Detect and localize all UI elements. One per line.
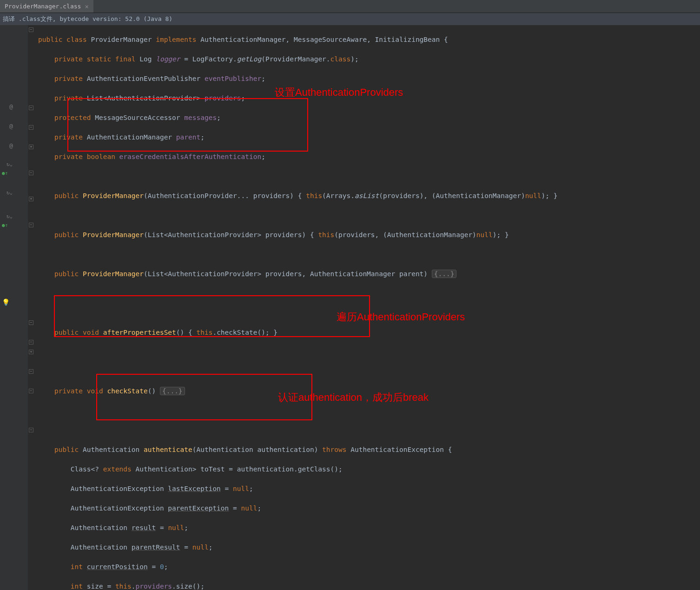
t: Authentication [71, 524, 132, 531]
t: ProviderManager [83, 192, 144, 199]
t: parentResult [132, 544, 180, 551]
t: providers [136, 583, 172, 590]
t: ; [217, 114, 221, 121]
t: 0 [160, 563, 164, 570]
fold-toggle[interactable]: − [29, 369, 33, 374]
t: MessageSourceAccessor [95, 114, 184, 121]
t: .size(); [172, 583, 205, 590]
t: = [229, 504, 241, 512]
fold-toggle[interactable]: + [29, 350, 33, 354]
t: int [71, 563, 87, 570]
t: getLog [237, 55, 261, 63]
t: ProviderManager [91, 36, 156, 43]
t: (List<AuthenticationProvider> providers)… [144, 231, 318, 239]
override-icon[interactable]: @ [9, 103, 13, 110]
t: null [525, 192, 542, 199]
t: Authentication [83, 446, 144, 453]
t: parent [176, 133, 200, 141]
t: ; [184, 524, 188, 531]
t: = [148, 563, 160, 570]
t: asList [355, 192, 379, 199]
fold-toggle[interactable]: + [29, 197, 33, 201]
t: AuthenticationException [71, 504, 168, 512]
t: ; [209, 544, 213, 551]
fold-toggle[interactable]: − [29, 125, 33, 130]
t: = LogFactory. [180, 55, 237, 63]
t: eraseCredentialsAfterAuthentication [119, 153, 262, 160]
fold-toggle[interactable]: − [29, 389, 33, 393]
t: parentException [168, 504, 229, 512]
t: = [156, 524, 168, 531]
t: providers [205, 94, 241, 102]
t: protected [54, 114, 95, 121]
impl-icon[interactable]: ●↑ [2, 170, 8, 176]
fold-placeholder[interactable]: {...} [160, 387, 185, 395]
fold-toggle[interactable]: − [29, 223, 33, 227]
t: (providers), (AuthenticationManager) [379, 192, 525, 199]
recursive-icon[interactable]: ↻⌄ [7, 213, 13, 219]
fold-toggle[interactable]: − [29, 340, 33, 345]
t: .checkState(); } [212, 329, 277, 336]
t: public class [38, 36, 91, 43]
t: = [180, 544, 192, 551]
t: private [54, 133, 87, 141]
t: AuthenticationManager, MessageSourceAwar… [200, 36, 448, 43]
t: private [54, 94, 87, 102]
override-icon[interactable]: @ [9, 142, 13, 149]
t: () [148, 387, 160, 395]
t: throws [322, 446, 350, 453]
t: private void [54, 387, 107, 395]
t: int [71, 583, 87, 590]
t: null [241, 504, 258, 512]
t: ProviderManager [83, 270, 144, 278]
gutter[interactable]: @ @ @ ●↑ ↻⌄ ↻⌄ ↻⌄ ●↑ 💡 [0, 25, 28, 590]
t: ; [200, 133, 205, 141]
fold-toggle[interactable]: + [29, 145, 33, 149]
recursive-icon[interactable]: ↻⌄ [7, 161, 13, 167]
fold-placeholder[interactable]: {...} [432, 270, 457, 278]
t: size = [87, 583, 115, 590]
t: ; [164, 563, 168, 570]
t: this [196, 329, 212, 336]
fold-column[interactable]: − − − + − + − − − + − − − [28, 25, 35, 590]
fold-toggle[interactable]: − [29, 320, 33, 325]
t: () { [176, 329, 197, 336]
t: = [221, 485, 233, 492]
close-icon[interactable]: × [85, 3, 88, 10]
t: ; [249, 485, 253, 492]
t: Class<? [71, 465, 103, 473]
editor: @ @ @ ●↑ ↻⌄ ↻⌄ ↻⌄ ●↑ 💡 − − − + − + − − −… [0, 25, 700, 590]
editor-tab[interactable]: ProviderManager.class × [0, 0, 93, 13]
t: ; [241, 94, 245, 102]
fold-toggle[interactable]: − [29, 171, 33, 175]
fold-toggle[interactable]: − [29, 106, 33, 110]
recursive-icon[interactable]: ↻⌄ [7, 190, 13, 196]
t: (providers, (AuthenticationManager) [334, 231, 476, 239]
t: null [476, 231, 493, 239]
t: lastException [168, 485, 221, 492]
t: currentPosition [87, 563, 148, 570]
tab-label: ProviderManager.class [5, 3, 81, 10]
override-icon[interactable]: @ [9, 123, 13, 130]
fold-toggle[interactable]: − [29, 428, 33, 432]
t: (AuthenticationProvider... providers) { [144, 192, 306, 199]
t: this [115, 583, 132, 590]
t: AuthenticationEventPublisher [87, 75, 205, 82]
t: Log [139, 55, 156, 63]
t: ; [261, 75, 265, 82]
code-area[interactable]: public class ProviderManager implements … [35, 25, 700, 590]
impl-icon[interactable]: ●↑ [2, 222, 8, 228]
t: private static final [54, 55, 139, 63]
t: afterPropertiesSet [103, 329, 176, 336]
t: eventPublisher [205, 75, 261, 82]
t: this [318, 231, 334, 239]
t: (List<AuthenticationProvider> providers,… [144, 270, 432, 278]
bulb-icon[interactable]: 💡 [2, 298, 10, 306]
fold-toggle[interactable]: − [29, 27, 33, 32]
t: AuthenticationManager [87, 133, 176, 141]
t: . [132, 583, 136, 590]
t: (Authentication authentication) [192, 446, 322, 453]
t: AuthenticationException { [350, 446, 452, 453]
info-text: 搞译 .class文件, bytecode version: 52.0 (Jav… [3, 15, 172, 23]
t: ProviderManager [83, 231, 144, 239]
